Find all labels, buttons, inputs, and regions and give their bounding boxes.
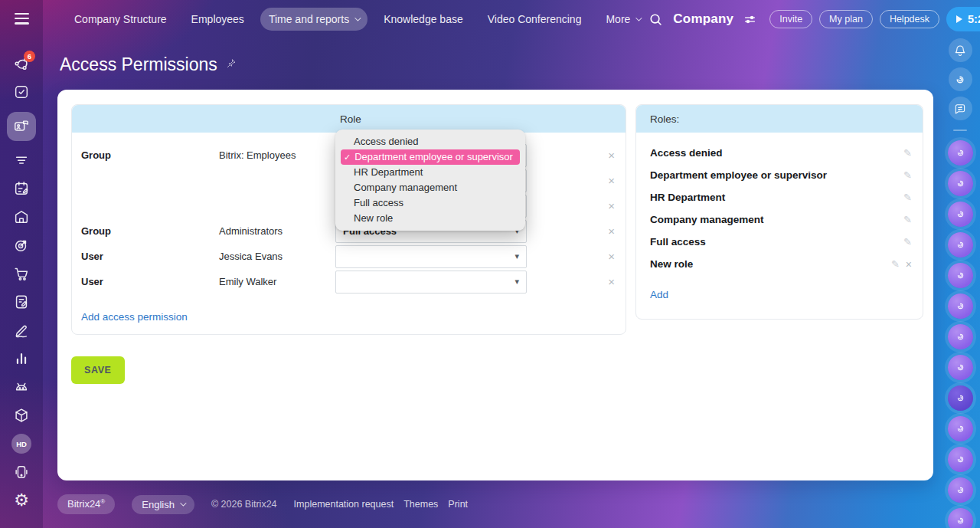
work-time-widget[interactable]: 5:28 PM <box>946 7 980 31</box>
role-item: Access denied ✎ <box>650 142 912 164</box>
sidebar-item-marketing[interactable] <box>7 237 36 254</box>
remove-row-icon[interactable]: × <box>608 225 615 237</box>
top-navigation-bar: Company Structure Employees Time and rep… <box>43 0 980 38</box>
sidebar-item-calendar[interactable] <box>7 180 36 198</box>
dropdown-option[interactable]: Company management <box>341 180 520 195</box>
remove-row-icon[interactable]: × <box>608 251 615 262</box>
permissions-header: Role <box>72 105 626 133</box>
nav-item-video-conferencing[interactable]: Video Conferencing <box>479 8 590 31</box>
dropdown-option[interactable]: New role <box>341 211 520 226</box>
role-item: Department employee or supervisor ✎ <box>650 164 912 186</box>
themes-link[interactable]: Themes <box>403 499 438 510</box>
role-select[interactable]: ▾ <box>335 245 527 268</box>
main-content: Access Permissions Role Group Bitrix: Em… <box>43 38 940 528</box>
registered-mark: ® <box>100 498 105 505</box>
role-item: HR Department ✎ <box>650 186 912 208</box>
page-title: Access Permissions <box>60 54 217 75</box>
copilot-shortcut[interactable] <box>948 447 973 472</box>
bitrix24-brand-pill[interactable]: Bitrix24® <box>57 494 115 513</box>
my-plan-button[interactable]: My plan <box>819 10 873 28</box>
copilot-shortcut[interactable] <box>948 171 973 196</box>
clock-time: 5:28 <box>968 13 980 25</box>
copilot-shortcut[interactable] <box>948 477 973 503</box>
messenger-button[interactable] <box>949 97 972 120</box>
chevron-down-icon <box>354 15 361 21</box>
dropdown-option-selected[interactable]: ✓ Department employee or supervisor <box>341 149 520 165</box>
nav-item-more[interactable]: More <box>597 8 648 31</box>
device-icon <box>13 464 30 480</box>
remove-row-icon[interactable]: × <box>608 149 615 161</box>
sidebar-item-store[interactable] <box>7 265 36 283</box>
sidebar-item-hr-active[interactable] <box>7 112 36 141</box>
content-card: Role Group Bitrix: Employees × × <box>57 90 933 480</box>
sidebar-item-esignature[interactable] <box>7 322 36 339</box>
pin-icon[interactable] <box>225 57 237 73</box>
edit-role-icon[interactable]: ✎ <box>903 169 912 181</box>
remove-row-icon[interactable]: × <box>608 200 615 212</box>
sidebar-item-market[interactable] <box>7 407 36 425</box>
workspace-icon <box>13 208 30 225</box>
nav-item-time-and-reports[interactable]: Time and reports <box>260 8 368 31</box>
copilot-shortcut[interactable] <box>948 355 973 380</box>
copilot-shortcut[interactable] <box>948 202 973 227</box>
sidebar-item-settings[interactable]: ⚙ <box>7 492 36 510</box>
dropdown-option[interactable]: Access denied <box>341 134 520 149</box>
copyright-text: © 2026 Bitrix24 <box>211 499 277 510</box>
copilot-shortcut-active[interactable] <box>948 385 973 411</box>
edit-role-icon[interactable]: ✎ <box>903 236 912 248</box>
role-dropdown-menu: Access denied ✓ Department employee or s… <box>335 130 525 231</box>
remove-row-icon[interactable]: × <box>608 276 615 287</box>
sidebar-item-workspace[interactable] <box>7 208 36 226</box>
dropdown-option[interactable]: HR Department <box>341 165 520 180</box>
main-nav: Company Structure Employees Time and rep… <box>66 8 648 31</box>
copilot-shortcut[interactable] <box>948 232 973 257</box>
sidebar-item-ai[interactable] <box>7 379 36 396</box>
copilot-shortcut[interactable] <box>948 416 973 441</box>
copilot-shortcut[interactable] <box>948 324 973 349</box>
role-item: New role ✎ × <box>650 253 912 275</box>
nav-item-company-structure[interactable]: Company Structure <box>66 8 175 31</box>
sidebar-item-sign[interactable] <box>7 294 36 311</box>
copilot-shortcut[interactable] <box>948 263 973 288</box>
save-button[interactable]: SAVE <box>71 356 125 384</box>
right-sidebar <box>940 38 980 528</box>
copilot-shortcut[interactable] <box>948 140 973 166</box>
nav-item-employees[interactable]: Employees <box>183 8 253 31</box>
footer: Bitrix24® English © 2026 Bitrix24 Implem… <box>57 480 934 528</box>
copilot-shortcut[interactable] <box>948 294 973 319</box>
remove-row-icon[interactable]: × <box>608 175 615 186</box>
gear-icon: ⚙ <box>14 492 29 509</box>
sidebar-item-funnel[interactable] <box>7 152 36 169</box>
copilot-button[interactable] <box>949 67 972 91</box>
role-select[interactable]: ▾ <box>335 271 527 294</box>
notifications-button[interactable] <box>949 38 972 62</box>
menu-hamburger-icon[interactable] <box>15 13 29 25</box>
language-selector[interactable]: English <box>132 495 194 514</box>
left-sidebar: 6 <box>0 0 43 528</box>
chevron-down-icon <box>636 15 642 21</box>
add-access-permission-link[interactable]: Add access permission <box>81 311 188 323</box>
delete-role-icon[interactable]: × <box>906 258 912 271</box>
sidebar-item-collab[interactable]: 6 <box>7 55 36 73</box>
helpdesk-button[interactable]: Helpdesk <box>880 10 939 28</box>
edit-role-icon[interactable]: ✎ <box>903 147 912 159</box>
implementation-request-link[interactable]: Implementation request <box>294 499 394 510</box>
sidebar-item-hd[interactable]: HD <box>7 435 36 453</box>
dropdown-option[interactable]: Full access <box>341 195 520 211</box>
hr-card-icon <box>13 118 30 135</box>
edit-role-icon[interactable]: ✎ <box>891 258 900 270</box>
invite-button[interactable]: Invite <box>769 10 812 28</box>
sidebar-item-analytics[interactable] <box>7 350 36 368</box>
copilot-shortcut[interactable] <box>948 508 973 528</box>
tasks-icon <box>13 84 30 100</box>
portal-name[interactable]: Company <box>673 11 733 27</box>
sidebar-item-devices[interactable] <box>7 464 36 481</box>
add-role-link[interactable]: Add <box>650 289 668 300</box>
nav-item-knowledge-base[interactable]: Knowledge base <box>375 8 472 31</box>
edit-role-icon[interactable]: ✎ <box>903 192 912 203</box>
edit-role-icon[interactable]: ✎ <box>903 214 912 225</box>
search-icon[interactable] <box>648 12 663 27</box>
sidebar-item-tasks[interactable] <box>7 84 36 101</box>
print-link[interactable]: Print <box>448 499 468 510</box>
filter-sliders-icon[interactable] <box>743 13 756 26</box>
